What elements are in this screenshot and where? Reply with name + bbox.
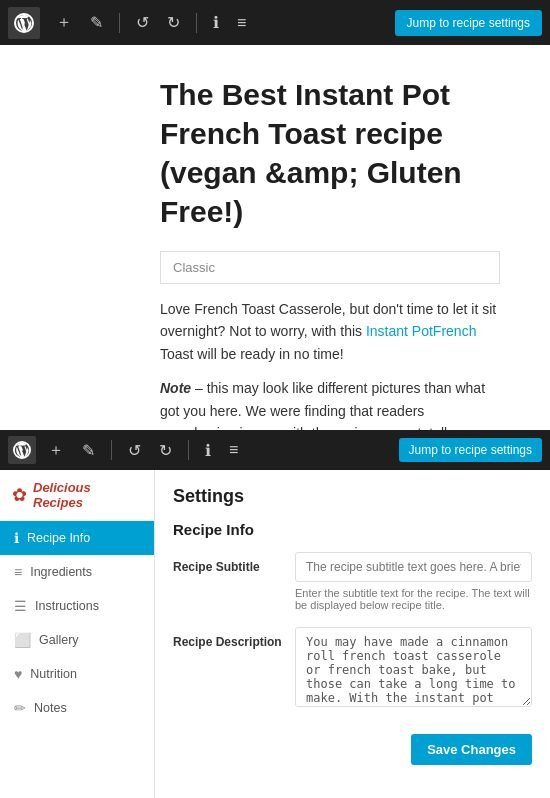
recipe-subtitle-hint: Enter the subtitle text for the recipe. … — [295, 587, 532, 611]
sidebar-label-instructions: Instructions — [35, 599, 99, 613]
notes-icon: ✏ — [14, 700, 26, 716]
recipe-subtitle-row: Recipe Subtitle Enter the subtitle text … — [173, 552, 532, 611]
divider — [119, 13, 120, 33]
intro-end: Toast will be ready in no time! — [160, 346, 344, 362]
note-bold: Note — [160, 380, 191, 396]
jump-to-recipe-button-bot[interactable]: Jump to recipe settings — [399, 438, 542, 462]
redo-button-bot[interactable]: ↻ — [153, 437, 178, 464]
logo-icon: ✿ — [12, 484, 27, 506]
note-text: – this may look like different pictures … — [160, 380, 485, 418]
sidebar-item-recipe-info[interactable]: ℹ Recipe Info — [0, 521, 154, 555]
sidebar-logo-text: Delicious Recipes — [33, 480, 142, 510]
sidebar-label-recipe-info: Recipe Info — [27, 531, 90, 545]
sidebar-label-nutrition: Nutrition — [30, 667, 77, 681]
jump-to-recipe-button-top[interactable]: Jump to recipe settings — [395, 10, 542, 36]
top-section: ＋ ✎ ↺ ↻ ℹ ≡ Jump to recipe settings The … — [0, 0, 550, 430]
settings-page-title: Settings — [173, 486, 532, 507]
sidebar-item-nutrition[interactable]: ♥ Nutrition — [0, 657, 154, 691]
add-block-button[interactable]: ＋ — [50, 8, 78, 37]
recipe-description-content: You may have made a cinnamon roll french… — [295, 627, 532, 710]
add-block-button-bot[interactable]: ＋ — [42, 436, 70, 465]
sidebar-item-ingredients[interactable]: ≡ Ingredients — [0, 555, 154, 589]
recipe-description-row: Recipe Description You may have made a c… — [173, 627, 532, 710]
tools-button[interactable]: ✎ — [84, 9, 109, 36]
settings-section-title: Recipe Info — [173, 521, 532, 538]
info-button-bot[interactable]: ℹ — [199, 437, 217, 464]
bottom-section: ＋ ✎ ↺ ↻ ℹ ≡ Jump to recipe settings ✿ De… — [0, 430, 550, 798]
divider2-bot — [188, 440, 189, 460]
top-toolbar: ＋ ✎ ↺ ↻ ℹ ≡ Jump to recipe settings — [0, 0, 550, 45]
save-changes-button[interactable]: Save Changes — [411, 734, 532, 765]
tools-button-bot[interactable]: ✎ — [76, 437, 101, 464]
sidebar-label-notes: Notes — [34, 701, 67, 715]
sidebar-item-notes[interactable]: ✏ Notes — [0, 691, 154, 725]
recipe-subtitle-input[interactable] — [295, 552, 532, 582]
list-view-button-bot[interactable]: ≡ — [223, 437, 244, 463]
sidebar-item-instructions[interactable]: ☰ Instructions — [0, 589, 154, 623]
recipe-info-icon: ℹ — [14, 530, 19, 546]
main-content: Settings Recipe Info Recipe Subtitle Ent… — [155, 470, 550, 798]
wp-logo-bot — [8, 436, 36, 464]
instant-pot-link[interactable]: Instant PotFrench — [366, 323, 477, 339]
gallery-icon: ⬜ — [14, 632, 31, 648]
classic-block-label: Classic — [173, 260, 215, 275]
recipe-subtitle-label: Recipe Subtitle — [173, 552, 283, 574]
divider2 — [196, 13, 197, 33]
undo-button-bot[interactable]: ↺ — [122, 437, 147, 464]
sidebar-label-gallery: Gallery — [39, 633, 79, 647]
sidebar: ✿ Delicious Recipes ℹ Recipe Info ≡ Ingr… — [0, 470, 155, 798]
bottom-body: ✿ Delicious Recipes ℹ Recipe Info ≡ Ingr… — [0, 470, 550, 798]
recipe-subtitle-content: Enter the subtitle text for the recipe. … — [295, 552, 532, 611]
post-title: The Best Instant Pot French Toast recipe… — [160, 75, 500, 231]
info-button[interactable]: ℹ — [207, 9, 225, 36]
redo-button[interactable]: ↻ — [161, 9, 186, 36]
wp-logo-top — [8, 7, 40, 39]
ingredients-icon: ≡ — [14, 564, 22, 580]
instructions-icon: ☰ — [14, 598, 27, 614]
divider-bot — [111, 440, 112, 460]
classic-block[interactable]: Classic — [160, 251, 500, 284]
save-row: Save Changes — [173, 726, 532, 765]
recipe-description-textarea[interactable]: You may have made a cinnamon roll french… — [295, 627, 532, 707]
sidebar-item-gallery[interactable]: ⬜ Gallery — [0, 623, 154, 657]
sidebar-logo: ✿ Delicious Recipes — [0, 470, 154, 521]
recipe-description-label: Recipe Description — [173, 627, 283, 649]
list-view-button[interactable]: ≡ — [231, 10, 252, 36]
bottom-toolbar: ＋ ✎ ↺ ↻ ℹ ≡ Jump to recipe settings — [0, 430, 550, 470]
sidebar-label-ingredients: Ingredients — [30, 565, 92, 579]
undo-button[interactable]: ↺ — [130, 9, 155, 36]
nutrition-icon: ♥ — [14, 666, 22, 682]
